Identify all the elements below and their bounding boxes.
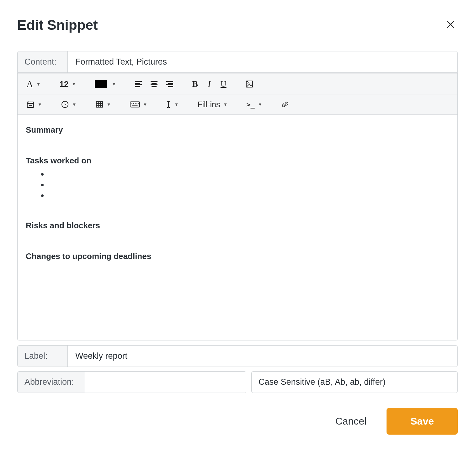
insert-date-dropdown[interactable]: ▼: [22, 98, 46, 111]
insert-table-dropdown[interactable]: ▼: [91, 98, 115, 111]
align-left-button[interactable]: [131, 77, 146, 91]
label-field-row: Label:: [17, 345, 458, 367]
editor-bullet-list: [26, 168, 449, 200]
font-family-dropdown[interactable]: A▼: [22, 77, 45, 91]
table-icon: [95, 100, 104, 108]
text-color-dropdown[interactable]: ▼: [90, 77, 120, 91]
terminal-icon: >_: [246, 101, 255, 108]
save-button[interactable]: Save: [387, 408, 458, 435]
keyboard-icon: [130, 101, 140, 108]
align-center-icon: [151, 80, 157, 88]
italic-icon: I: [208, 79, 211, 89]
content-type-value: Formatted Text, Pictures: [75, 57, 167, 67]
list-item: [48, 190, 449, 200]
label-field-label: Label:: [18, 346, 68, 367]
insert-script-dropdown[interactable]: >_▼: [242, 98, 266, 111]
link-icon: [281, 100, 289, 108]
case-sensitivity-value: Case Sensitive (aB, Ab, ab, differ): [259, 377, 386, 387]
underline-icon: U: [221, 79, 227, 89]
editor-heading-risks: Risks and blockers: [26, 220, 449, 232]
insert-time-dropdown[interactable]: ▼: [56, 98, 81, 111]
font-size-value: 12: [60, 79, 69, 89]
bold-icon: B: [192, 79, 198, 89]
editor-heading-tasks: Tasks worked on: [26, 155, 449, 167]
clock-icon: [61, 100, 69, 108]
insert-keyboard-dropdown[interactable]: ▼: [125, 98, 152, 111]
insert-link-button[interactable]: [277, 98, 294, 111]
editor-heading-summary: Summary: [26, 124, 449, 136]
fillins-dropdown[interactable]: Fill-ins▼: [193, 98, 232, 111]
insert-toolbar-row-2: ▼ ▼ ▼ ▼ ▼ Fill-ins▼ >_▼: [18, 94, 457, 115]
dialog-title: Edit Snippet: [17, 17, 98, 33]
list-item: [48, 168, 449, 179]
align-left-icon: [135, 80, 142, 88]
insert-image-button[interactable]: [241, 77, 258, 91]
color-swatch-icon: [95, 80, 107, 88]
abbreviation-label: Abbreviation:: [18, 372, 85, 393]
svg-rect-12: [96, 102, 103, 107]
svg-rect-17: [130, 102, 140, 107]
list-item: [48, 179, 449, 190]
bold-button[interactable]: B: [188, 77, 202, 91]
close-icon[interactable]: [443, 18, 458, 32]
font-size-dropdown[interactable]: 12▼: [55, 77, 81, 91]
label-input[interactable]: [68, 346, 457, 367]
content-label: Content:: [18, 51, 68, 72]
fillins-label: Fill-ins: [197, 100, 220, 109]
editor-heading-changes: Changes to upcoming deadlines: [26, 251, 449, 262]
image-icon: [245, 80, 254, 88]
svg-rect-4: [27, 102, 34, 108]
font-family-icon: A: [26, 79, 33, 89]
svg-point-3: [248, 83, 249, 84]
insert-cursor-dropdown[interactable]: ▼: [162, 98, 183, 111]
calendar-icon: [26, 100, 35, 108]
text-cursor-icon: [166, 100, 171, 108]
abbreviation-field-row: Abbreviation:: [17, 371, 246, 393]
format-toolbar-row-1: A▼ 12▼ ▼ B I U: [18, 73, 457, 94]
svg-line-11: [65, 104, 67, 105]
italic-button[interactable]: I: [202, 77, 216, 91]
abbreviation-input[interactable]: [85, 372, 246, 393]
content-editor[interactable]: Summary Tasks worked on Risks and blocke…: [18, 115, 457, 341]
underline-button[interactable]: U: [216, 77, 231, 91]
content-type-dropdown[interactable]: Formatted Text, Pictures: [68, 51, 457, 72]
align-center-button[interactable]: [146, 77, 162, 91]
case-sensitivity-dropdown[interactable]: Case Sensitive (aB, Ab, ab, differ): [251, 371, 458, 393]
align-right-icon: [166, 80, 173, 88]
cancel-button[interactable]: Cancel: [334, 412, 368, 430]
content-field-row: Content: Formatted Text, Pictures: [17, 51, 458, 73]
align-right-button[interactable]: [162, 77, 178, 91]
